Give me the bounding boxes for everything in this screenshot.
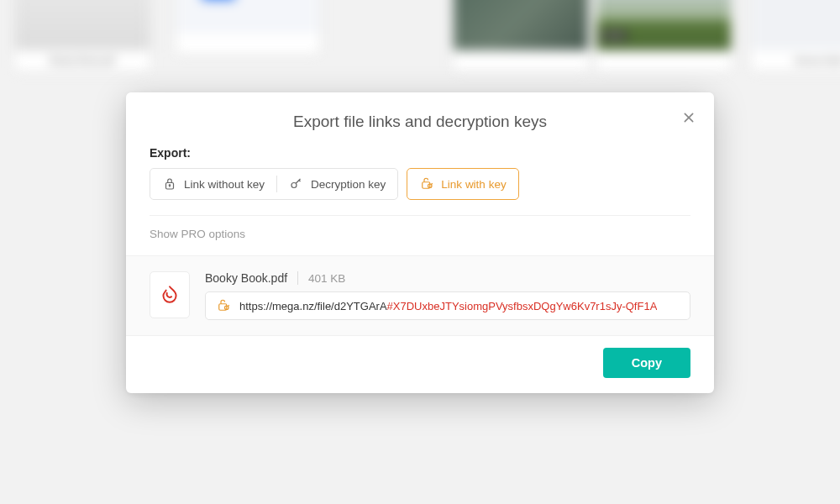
- link-key-icon: [419, 176, 434, 192]
- key-icon: [289, 176, 304, 192]
- modal-header: Export file links and decryption keys: [126, 92, 714, 146]
- link-key-icon: [216, 298, 231, 313]
- modal-overlay: Export file links and decryption keys Ex…: [0, 0, 840, 504]
- option-label: Link without key: [184, 178, 265, 191]
- file-type-icon: [150, 271, 190, 318]
- pdf-icon: [159, 284, 181, 306]
- svg-point-3: [169, 185, 171, 186]
- option-label: Decryption key: [311, 178, 386, 191]
- link-url-part: https://mega.nz/file/d2YTGArA: [239, 300, 387, 312]
- export-toggle-group: Link without key Decryption key: [150, 168, 398, 200]
- file-size: 401 KB: [308, 272, 345, 285]
- modal-title: Export file links and decryption keys: [150, 113, 690, 131]
- svg-point-5: [291, 183, 297, 188]
- file-title-row: Booky Book.pdf 401 KB: [205, 271, 690, 285]
- option-link-without-key[interactable]: Link without key: [150, 169, 276, 199]
- link-field[interactable]: https://mega.nz/file/d2YTGArA#X7DUxbeJTY…: [205, 291, 690, 320]
- file-name: Booky Book.pdf: [205, 271, 287, 285]
- option-label: Link with key: [441, 178, 506, 191]
- modal-footer: Copy: [126, 336, 714, 393]
- export-label: Export:: [150, 146, 690, 160]
- copy-button[interactable]: Copy: [603, 348, 690, 378]
- export-options-section: Export: Link without key Decrypti: [126, 146, 714, 255]
- file-meta: Booky Book.pdf 401 KB https://mega.nz/fi…: [205, 271, 690, 320]
- file-row: Booky Book.pdf 401 KB https://mega.nz/fi…: [126, 255, 714, 336]
- close-icon: [682, 111, 696, 124]
- option-decryption-key[interactable]: Decryption key: [277, 169, 397, 199]
- close-button[interactable]: [679, 108, 699, 128]
- link-key-part: #X7DUxbeJTYsiomgPVysfbsxDQgYw6Kv7r1sJy-Q…: [387, 300, 658, 312]
- link-text: https://mega.nz/file/d2YTGArA#X7DUxbeJTY…: [239, 300, 657, 312]
- option-link-with-key[interactable]: Link with key: [407, 168, 518, 200]
- meta-divider: [297, 271, 298, 285]
- show-pro-options[interactable]: Show PRO options: [150, 216, 690, 255]
- lock-icon: [162, 176, 177, 192]
- export-toggle-row: Link without key Decryption key: [150, 168, 690, 200]
- export-modal: Export file links and decryption keys Ex…: [126, 92, 714, 393]
